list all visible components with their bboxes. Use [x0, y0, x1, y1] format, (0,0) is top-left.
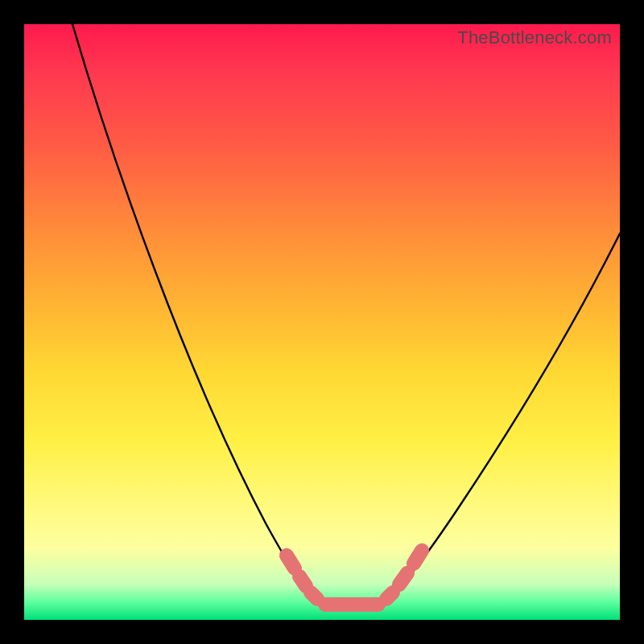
bead-3 — [311, 592, 317, 599]
bottleneck-curve — [24, 24, 620, 620]
bead-1 — [287, 555, 295, 568]
chart-plot-area: TheBottleneck.com — [24, 24, 620, 620]
chart-frame: TheBottleneck.com — [0, 0, 644, 644]
curve-left-limb — [72, 24, 322, 604]
bead-7 — [414, 551, 422, 564]
bead-5 — [386, 592, 393, 599]
bead-2 — [299, 576, 306, 586]
bead-6 — [399, 573, 407, 584]
trough-beads — [287, 551, 422, 605]
